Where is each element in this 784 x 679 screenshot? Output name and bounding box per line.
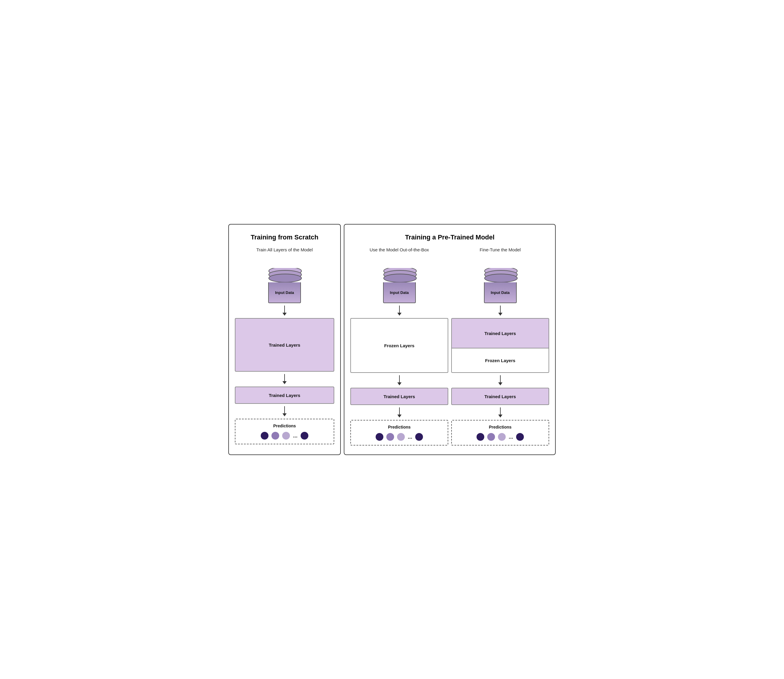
right-col2-subtitle: Fine-Tune the Model xyxy=(480,247,521,259)
right-col1-input-label: Input Data xyxy=(390,290,409,295)
col1-dot-ellipsis: ... xyxy=(408,434,412,440)
right-col2-arrow-3 xyxy=(498,407,503,418)
col2-dot-1 xyxy=(476,433,484,441)
right-col1-trained-small-label: Trained Layers xyxy=(384,394,415,399)
svg-point-2 xyxy=(269,274,301,282)
cylinder-svg-col2 xyxy=(484,268,518,282)
right-panel: Training a Pre-Trained Model Use the Mod… xyxy=(344,224,556,455)
right-col1-trained-small-box: Trained Layers xyxy=(350,388,448,405)
col2-dot-ellipsis: ... xyxy=(509,434,513,440)
right-col1-frozen-large-box: Frozen Layers xyxy=(350,318,448,373)
right-col2-cylinder: Input Data xyxy=(484,268,517,303)
left-predictions-label: Predictions xyxy=(273,424,296,428)
dot-3 xyxy=(282,432,290,440)
right-col2-frozen-label: Frozen Layers xyxy=(485,358,515,363)
right-col2-split-top: Trained Layers xyxy=(452,319,548,349)
right-col1-subtitle: Use the Model Out-of-the-Box xyxy=(370,247,429,259)
col2-dot-4 xyxy=(516,433,524,441)
right-col1-arrow-1 xyxy=(397,305,401,316)
svg-point-8 xyxy=(484,274,517,282)
cylinder-svg-top xyxy=(268,268,302,282)
right-col2-trained-label: Trained Layers xyxy=(484,331,516,336)
diagram-wrapper: Training from Scratch Train All Layers o… xyxy=(228,224,556,455)
left-predictions-box: Predictions ... xyxy=(235,419,334,444)
left-trained-large-label: Trained Layers xyxy=(269,343,300,347)
left-trained-small-label: Trained Layers xyxy=(269,393,300,398)
col1-dot-4 xyxy=(415,433,423,441)
left-panel: Training from Scratch Train All Layers o… xyxy=(228,224,341,455)
left-dots-row: ... xyxy=(261,432,308,440)
left-trained-large-box: Trained Layers xyxy=(235,318,334,372)
dot-1 xyxy=(261,432,269,440)
left-arrow-2 xyxy=(283,374,287,384)
col1-dot-1 xyxy=(376,433,383,441)
col2-dot-3 xyxy=(498,433,506,441)
right-panel-title: Training a Pre-Trained Model xyxy=(350,233,549,241)
right-col1-dots: ... xyxy=(376,433,423,441)
right-col2-trained-small-label: Trained Layers xyxy=(484,394,516,399)
right-col2-input-label: Input Data xyxy=(491,290,510,295)
cylinder-svg-col1 xyxy=(383,268,417,282)
dot-4 xyxy=(301,432,308,440)
right-col1-arrow-3 xyxy=(397,407,401,418)
left-arrow-1 xyxy=(283,305,287,316)
right-col2-predictions-box: Predictions ... xyxy=(451,420,549,446)
right-col1-cylinder: Input Data xyxy=(383,268,416,303)
right-col-1: Use the Model Out-of-the-Box Input Data xyxy=(350,247,448,446)
right-col1-arrow-2 xyxy=(397,375,401,385)
dot-2 xyxy=(272,432,279,440)
right-col2-split-box: Trained Layers Frozen Layers xyxy=(451,318,549,373)
col1-dot-2 xyxy=(386,433,394,441)
right-columns: Use the Model Out-of-the-Box Input Data xyxy=(350,247,549,446)
col1-dot-3 xyxy=(397,433,405,441)
left-col-content: Train All Layers of the Model Input Data xyxy=(235,247,334,446)
left-arrow-3 xyxy=(283,406,287,416)
right-col1-predictions-box: Predictions ... xyxy=(350,420,448,446)
right-col-2: Fine-Tune the Model Input Data xyxy=(451,247,549,446)
left-input-label: Input Data xyxy=(275,290,294,295)
right-col2-arrow-2 xyxy=(498,375,503,385)
right-col2-arrow-1 xyxy=(498,305,503,316)
left-subtitle: Train All Layers of the Model xyxy=(256,247,313,259)
svg-point-5 xyxy=(384,274,416,282)
left-panel-title: Training from Scratch xyxy=(235,233,334,241)
right-col2-split-bottom: Frozen Layers xyxy=(452,349,548,372)
right-col2-trained-small-box: Trained Layers xyxy=(451,388,549,405)
right-col1-predictions-label: Predictions xyxy=(388,425,411,429)
right-col2-predictions-label: Predictions xyxy=(489,425,511,429)
right-col1-frozen-large-label: Frozen Layers xyxy=(384,343,415,348)
right-col2-dots: ... xyxy=(476,433,524,441)
col2-dot-2 xyxy=(487,433,495,441)
left-cylinder: Input Data xyxy=(268,268,301,303)
left-trained-small-box: Trained Layers xyxy=(235,386,334,404)
dot-ellipsis: ... xyxy=(293,433,297,439)
